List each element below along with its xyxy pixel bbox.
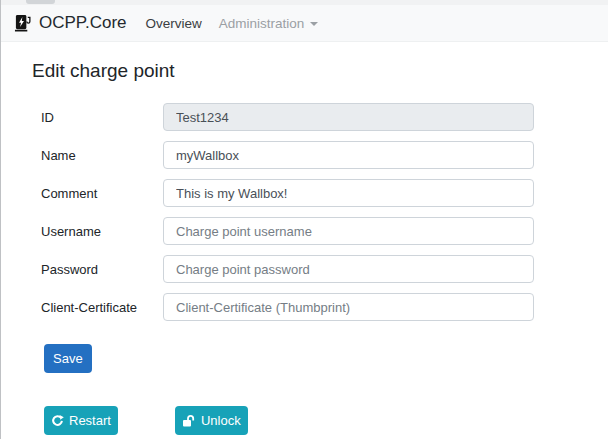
browser-tab-fragment bbox=[26, 0, 55, 4]
restart-button-label: Restart bbox=[69, 413, 111, 428]
name-label: Name bbox=[41, 148, 163, 163]
form-row-comment: Comment bbox=[41, 179, 608, 207]
form-row-client-certificate: Client-Certificate bbox=[41, 293, 608, 321]
brand-link[interactable]: OCPP.Core bbox=[14, 13, 127, 33]
page-title: Edit charge point bbox=[32, 60, 608, 82]
comment-label: Comment bbox=[41, 186, 163, 201]
browser-chrome-strip bbox=[1, 0, 608, 5]
form-row-name: Name bbox=[41, 141, 608, 169]
nav-link-overview[interactable]: Overview bbox=[146, 16, 202, 31]
comment-input[interactable] bbox=[163, 179, 534, 207]
reload-icon bbox=[51, 414, 64, 427]
save-button[interactable]: Save bbox=[44, 344, 92, 373]
form-row-id: ID bbox=[41, 103, 608, 131]
unlock-button[interactable]: Unlock bbox=[175, 406, 248, 435]
username-input[interactable] bbox=[163, 217, 534, 245]
id-label: ID bbox=[41, 110, 163, 125]
open-padlock-icon bbox=[182, 414, 196, 428]
nav-link-administration-label: Administration bbox=[219, 16, 305, 31]
form-row-password: Password bbox=[41, 255, 608, 283]
restart-button[interactable]: Restart bbox=[44, 406, 118, 435]
password-input[interactable] bbox=[163, 255, 534, 283]
action-button-row: Restart Unlock bbox=[35, 406, 608, 435]
charging-station-icon bbox=[14, 14, 33, 33]
password-label: Password bbox=[41, 262, 163, 277]
nav-link-administration[interactable]: Administration bbox=[219, 16, 319, 31]
username-label: Username bbox=[41, 224, 163, 239]
client-certificate-label: Client-Certificate bbox=[41, 300, 163, 315]
name-input[interactable] bbox=[163, 141, 534, 169]
navbar: OCPP.Core Overview Administration bbox=[1, 5, 608, 42]
caret-down-icon bbox=[310, 22, 318, 26]
unlock-button-label: Unlock bbox=[201, 413, 241, 428]
main-content: Edit charge point ID Name Comment Userna… bbox=[1, 42, 608, 435]
id-input bbox=[163, 103, 534, 131]
edit-charge-point-form: ID Name Comment Username Password Client… bbox=[32, 103, 608, 373]
form-row-username: Username bbox=[41, 217, 608, 245]
brand-text: OCPP.Core bbox=[39, 13, 127, 33]
client-certificate-input[interactable] bbox=[163, 293, 534, 321]
